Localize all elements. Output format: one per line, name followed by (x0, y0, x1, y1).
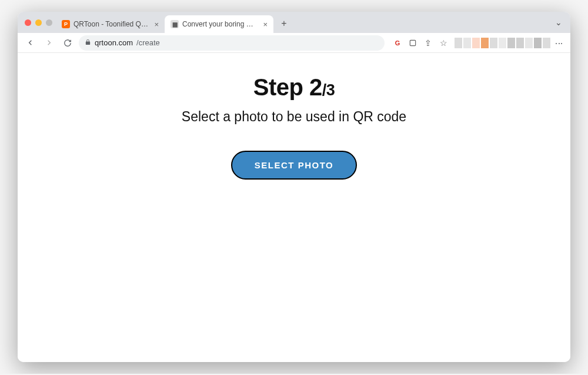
url-path: /create (136, 38, 160, 47)
tabs-overflow-button[interactable]: ⌄ (552, 18, 566, 27)
step-prefix: Step (253, 74, 309, 100)
share-icon[interactable]: ⇪ (422, 36, 435, 49)
toolbar-right: G ⇪ ☆ ⋮ (391, 36, 566, 49)
extension-pixel[interactable] (507, 38, 515, 48)
tab-close-icon[interactable]: × (263, 20, 268, 29)
extension-pixel[interactable] (455, 38, 462, 48)
page-content: Step 2/3 Select a photo to be used in QR… (18, 53, 570, 362)
reload-button[interactable] (60, 35, 75, 51)
window-maximize-dot[interactable] (46, 19, 52, 26)
extension-pixel[interactable] (463, 38, 471, 48)
extension-pixel[interactable] (525, 38, 533, 48)
url-host: qrtoon.com (95, 38, 133, 47)
lock-icon (85, 39, 91, 47)
tab-title: Convert your boring QR codes (182, 20, 257, 28)
back-button[interactable] (22, 35, 38, 51)
extension-pixel[interactable] (499, 38, 506, 48)
translate-icon[interactable]: G (391, 36, 404, 49)
address-bar[interactable]: qrtoon.com/create (79, 35, 385, 51)
browser-window: P QRToon - Toonified QR Maker × ▩ Conver… (18, 12, 570, 362)
step-subtitle: Select a photo to be used in QR code (182, 109, 406, 125)
select-photo-button[interactable]: SELECT PHOTO (231, 151, 357, 180)
tab-close-icon[interactable]: × (154, 20, 159, 29)
tab-qrtoon[interactable]: P QRToon - Toonified QR Maker × (56, 15, 165, 33)
favicon-icon: ▩ (171, 20, 179, 28)
extension-pixel[interactable] (543, 38, 550, 48)
step-current: 2 (309, 74, 322, 100)
tab-title: QRToon - Toonified QR Maker (74, 20, 148, 28)
tab-convert-qr[interactable]: ▩ Convert your boring QR codes × (165, 15, 273, 33)
extension-pixel[interactable] (534, 38, 542, 48)
tab-strip: P QRToon - Toonified QR Maker × ▩ Conver… (18, 12, 570, 33)
extension-pixel[interactable] (516, 38, 524, 48)
browser-menu-button[interactable]: ⋮ (553, 36, 566, 49)
window-minimize-dot[interactable] (35, 19, 42, 26)
extension-pixel[interactable] (490, 38, 497, 48)
toolbar: qrtoon.com/create G ⇪ ☆ ⋮ (18, 33, 570, 53)
new-tab-button[interactable]: + (277, 16, 291, 31)
forward-button[interactable] (41, 35, 56, 51)
extensions-group (455, 38, 550, 48)
step-total: /3 (322, 81, 335, 99)
step-title: Step 2/3 (253, 74, 335, 101)
extension-pixel[interactable] (481, 38, 489, 48)
extension-icon[interactable] (406, 36, 419, 49)
favicon-icon: P (62, 20, 70, 28)
window-close-dot[interactable] (25, 19, 31, 26)
svg-rect-0 (410, 40, 415, 45)
bookmark-star-icon[interactable]: ☆ (437, 36, 450, 49)
extension-pixel[interactable] (472, 38, 480, 48)
window-controls (22, 19, 56, 26)
